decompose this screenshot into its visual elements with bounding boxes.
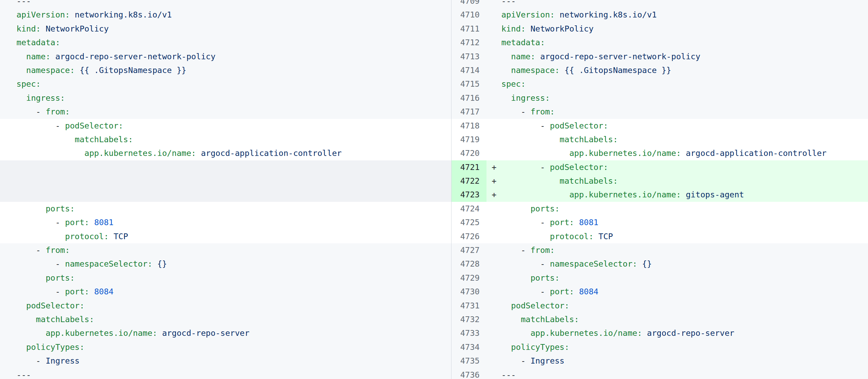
code-token: kind:: [16, 24, 41, 34]
code-token: -: [501, 107, 530, 117]
line-number[interactable]: 4727: [451, 243, 486, 257]
diff-rows-new: 4709 ---4710 apiVersion: networking.k8s.…: [451, 0, 868, 379]
marker-spacer: [492, 204, 501, 213]
diff-row-new: 4713 name: argocd-repo-server-network-po…: [451, 50, 868, 63]
code-line: spec:: [0, 77, 451, 91]
code-line: - Ingress: [486, 354, 868, 368]
line-number[interactable]: 4719: [451, 133, 486, 146]
code-line: matchLabels:: [0, 133, 451, 146]
diff-row-old: metadata:: [0, 36, 451, 49]
code-token: ports:: [530, 204, 560, 213]
line-number[interactable]: 4714: [451, 63, 486, 77]
code-token: TCP: [109, 232, 128, 241]
line-number[interactable]: 4715: [451, 77, 486, 91]
code-token: [16, 342, 26, 352]
code-line: matchLabels:: [486, 313, 868, 326]
code-token: 8081: [89, 218, 114, 227]
marker-spacer: [492, 315, 501, 324]
line-number[interactable]: 4735: [451, 354, 486, 368]
code-token: -: [16, 287, 65, 296]
line-number[interactable]: 4733: [451, 326, 486, 340]
code-line: protocol: TCP: [486, 230, 868, 243]
diff-row-old: app.kubernetes.io/name: argocd-applicati…: [0, 146, 451, 160]
line-number[interactable]: 4725: [451, 216, 486, 229]
code-token: argocd-application-controller: [681, 148, 826, 158]
code-token: protocol:: [550, 232, 594, 241]
code-token: app.kubernetes.io/name:: [46, 328, 157, 338]
line-number[interactable]: 4732: [451, 313, 486, 326]
diff-row-new: 4736 ---: [451, 368, 868, 379]
code-line: policyTypes:: [486, 340, 868, 354]
diff-row-old-empty: [0, 160, 451, 174]
code-token: [16, 301, 26, 310]
line-number[interactable]: 4728: [451, 257, 486, 271]
line-number[interactable]: 4711: [451, 22, 486, 36]
line-number[interactable]: 4730: [451, 285, 486, 298]
code-token: gitops-agent: [681, 190, 744, 199]
code-token: [501, 273, 530, 283]
code-token: Ingress: [46, 356, 80, 366]
line-number[interactable]: 4716: [451, 91, 486, 105]
line-number[interactable]: 4723: [451, 188, 486, 201]
code-token: podSelector:: [550, 162, 608, 172]
line-number[interactable]: 4712: [451, 36, 486, 49]
code-token: [16, 328, 46, 338]
code-line: namespace: {{ .GitopsNamespace }}: [486, 63, 868, 77]
diff-row-old: - Ingress: [0, 354, 451, 368]
line-number[interactable]: 4736: [451, 368, 486, 379]
code-token: -: [501, 259, 550, 269]
line-number[interactable]: 4722: [451, 174, 486, 188]
diff-row-old: - namespaceSelector: {}: [0, 257, 451, 271]
code-token: [501, 93, 511, 103]
line-number[interactable]: 4713: [451, 50, 486, 63]
code-line: - podSelector:: [0, 119, 451, 133]
code-token: policyTypes:: [511, 342, 570, 352]
line-number[interactable]: 4731: [451, 299, 486, 313]
line-number[interactable]: 4717: [451, 105, 486, 119]
code-token: kind:: [501, 24, 526, 34]
marker-spacer: [492, 93, 501, 103]
code-token: from:: [530, 107, 555, 117]
code-token: port:: [550, 287, 574, 296]
code-line: - from:: [0, 243, 451, 257]
diff-row-new-added: 4721+ - podSelector:: [451, 160, 868, 174]
code-line: - port: 8081: [486, 216, 868, 229]
line-number[interactable]: 4718: [451, 119, 486, 133]
diff-row-old: ports:: [0, 202, 451, 216]
line-number[interactable]: 4729: [451, 271, 486, 285]
code-token: -: [501, 287, 550, 296]
code-token: networking.k8s.io/v1: [555, 10, 657, 20]
line-number[interactable]: 4720: [451, 146, 486, 160]
code-line: apiVersion: networking.k8s.io/v1: [0, 8, 451, 22]
code-token: namespace:: [511, 65, 560, 75]
diff-row-old: protocol: TCP: [0, 230, 451, 243]
diff-row-old: ingress:: [0, 91, 451, 105]
code-line: kind: NetworkPolicy: [0, 22, 451, 36]
code-token: from:: [46, 245, 70, 255]
diff-row-new-added: 4723+ app.kubernetes.io/name: gitops-age…: [451, 188, 868, 201]
diff-row-new: 4719 matchLabels:: [451, 133, 868, 146]
marker-spacer: [492, 370, 501, 379]
code-token: metadata:: [501, 38, 545, 47]
code-token: matchLabels:: [75, 135, 133, 144]
line-number[interactable]: 4709: [451, 0, 486, 8]
line-number[interactable]: 4721: [451, 160, 486, 174]
code-line: apiVersion: networking.k8s.io/v1: [486, 8, 868, 22]
split-diff-view: ---apiVersion: networking.k8s.io/v1kind:…: [0, 0, 868, 379]
code-token: Ingress: [530, 356, 564, 366]
line-number[interactable]: 4726: [451, 230, 486, 243]
code-line: metadata:: [0, 36, 451, 49]
diff-row-old: podSelector:: [0, 299, 451, 313]
line-number[interactable]: 4724: [451, 202, 486, 216]
code-token: 8084: [574, 287, 599, 296]
line-number[interactable]: 4710: [451, 8, 486, 22]
code-token: 8084: [89, 287, 114, 296]
line-number[interactable]: 4734: [451, 340, 486, 354]
code-line: spec:: [486, 77, 868, 91]
code-token: NetworkPolicy: [41, 24, 109, 34]
code-token: [16, 315, 36, 324]
code-token: namespace:: [26, 65, 74, 75]
diff-row-new: 4734 policyTypes:: [451, 340, 868, 354]
code-token: [501, 232, 550, 241]
diff-rows-old: ---apiVersion: networking.k8s.io/v1kind:…: [0, 0, 451, 379]
